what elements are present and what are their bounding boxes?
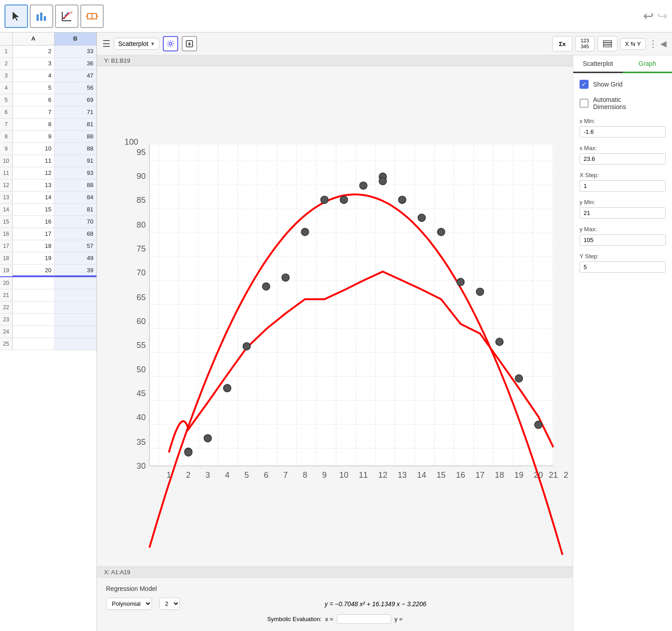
cell-a[interactable]: 15 [13, 204, 55, 215]
svg-point-75 [418, 214, 426, 222]
cell-b[interactable]: 88 [55, 143, 97, 155]
x-min-input[interactable] [580, 126, 666, 137]
undo-button[interactable]: ↩ [643, 9, 654, 23]
more-options-button[interactable]: ⋮ [649, 38, 658, 49]
cell-a[interactable] [13, 314, 55, 325]
tab-scatterplot[interactable]: Scatterplot [573, 55, 623, 73]
sidebar-toggle-icon[interactable]: ☰ [102, 38, 110, 49]
table-row: 7 8 81 [0, 119, 97, 131]
settings-button[interactable] [163, 36, 178, 51]
sigma-button[interactable]: Σx [552, 36, 572, 51]
cell-b[interactable] [55, 289, 97, 301]
collapse-panel-button[interactable]: ◀ [660, 39, 667, 49]
cell-b[interactable]: 57 [55, 240, 97, 252]
regression-title: Regression Model [106, 585, 564, 592]
svg-line-9 [63, 13, 69, 19]
cell-b[interactable]: 56 [55, 82, 97, 94]
cell-b[interactable]: 88 [55, 131, 97, 142]
cell-a[interactable]: 11 [13, 155, 55, 167]
svg-point-77 [457, 278, 465, 286]
chart-type-dropdown[interactable]: Scatterplot ▼ [114, 38, 159, 50]
redo-button[interactable]: ↪ [657, 9, 667, 23]
cell-b[interactable] [55, 314, 97, 325]
cell-b[interactable]: 88 [55, 179, 97, 191]
svg-text:21: 21 [549, 470, 558, 480]
regression-area: Regression Model Polynomial 2 y = −0.704… [97, 577, 573, 631]
svg-text:13: 13 [398, 470, 407, 480]
cell-b[interactable]: 81 [55, 119, 97, 130]
cell-a[interactable]: 2 [13, 46, 55, 57]
cell-b[interactable] [55, 326, 97, 338]
cell-a[interactable]: 12 [13, 167, 55, 179]
cell-a[interactable]: 14 [13, 192, 55, 203]
rows-button[interactable] [598, 36, 617, 51]
svg-point-81 [534, 421, 542, 429]
chart-top-bar: ☰ Scatterplot ▼ Σx [97, 32, 672, 55]
cell-a[interactable]: 3 [13, 58, 55, 69]
cell-a[interactable]: 13 [13, 179, 55, 191]
xy-swap-button[interactable]: X ⇆ Y [620, 38, 646, 50]
cell-a[interactable]: 7 [13, 106, 55, 118]
svg-text:15: 15 [437, 470, 446, 480]
cell-a[interactable]: 18 [13, 240, 55, 252]
cell-a[interactable]: 9 [13, 131, 55, 142]
cell-b[interactable]: 47 [55, 70, 97, 82]
cell-b[interactable]: 49 [55, 252, 97, 264]
cell-b[interactable]: 91 [55, 155, 97, 167]
spreadsheet: A B 1 2 33 2 3 36 3 4 47 4 5 56 5 6 69 6… [0, 32, 97, 631]
cell-a[interactable] [13, 277, 55, 289]
cell-a[interactable]: 8 [13, 119, 55, 130]
cell-b[interactable] [55, 277, 97, 289]
y-min-input[interactable] [580, 207, 666, 219]
cell-a[interactable]: 17 [13, 228, 55, 240]
x-step-input[interactable] [580, 180, 666, 192]
x-min-label: x Min: [580, 118, 666, 124]
col-header-a[interactable]: A [13, 32, 55, 45]
y-max-input[interactable] [580, 234, 666, 246]
cell-a[interactable]: 16 [13, 216, 55, 228]
table-row: 20 [0, 277, 97, 289]
cell-a[interactable]: 6 [13, 94, 55, 106]
regression-degree-dropdown[interactable]: 2 [159, 598, 180, 610]
row-number: 7 [0, 119, 13, 130]
cell-a[interactable]: 19 [13, 252, 55, 264]
cell-a[interactable] [13, 326, 55, 338]
cell-b[interactable] [55, 338, 97, 350]
table-button[interactable]: 123345 [575, 36, 595, 51]
scatter-chart: 30 35 40 45 50 55 60 65 70 75 80 85 90 9… [120, 71, 568, 562]
symbolic-x-input[interactable] [337, 614, 391, 624]
regression-type-dropdown[interactable]: Polynomial [106, 598, 152, 610]
table-label: 123345 [580, 38, 589, 50]
cell-b[interactable]: 33 [55, 46, 97, 57]
cell-a[interactable]: 4 [13, 70, 55, 82]
cell-b[interactable]: 93 [55, 167, 97, 179]
cursor-tool-button[interactable] [5, 5, 28, 28]
y-step-input[interactable] [580, 261, 666, 273]
cell-a[interactable]: 10 [13, 143, 55, 155]
cell-a[interactable] [13, 338, 55, 350]
x-max-input[interactable] [580, 153, 666, 165]
cell-a[interactable] [13, 302, 55, 313]
cell-b[interactable]: 71 [55, 106, 97, 118]
box-plot-button[interactable] [80, 5, 104, 28]
cell-b[interactable]: 70 [55, 216, 97, 228]
cell-a[interactable]: 5 [13, 82, 55, 94]
cell-a[interactable] [13, 289, 55, 301]
cell-b[interactable]: 36 [55, 58, 97, 69]
show-grid-checkbox[interactable]: ✓ [580, 80, 589, 89]
svg-rect-2 [40, 13, 42, 21]
auto-dimensions-checkbox[interactable] [580, 99, 589, 108]
cell-b[interactable] [55, 302, 97, 313]
cell-b[interactable]: 39 [55, 265, 97, 276]
cell-a[interactable]: 20 [13, 265, 55, 276]
col-header-b[interactable]: B [55, 32, 97, 45]
cell-b[interactable]: 69 [55, 94, 97, 106]
x-axis-label: X: A1:A19 [97, 567, 573, 577]
cell-b[interactable]: 81 [55, 204, 97, 215]
scatter-button[interactable] [55, 5, 78, 28]
cell-b[interactable]: 68 [55, 228, 97, 240]
bar-chart-button[interactable] [30, 5, 53, 28]
export-button[interactable] [182, 36, 197, 51]
cell-b[interactable]: 84 [55, 192, 97, 203]
tab-graph[interactable]: Graph [623, 55, 672, 73]
